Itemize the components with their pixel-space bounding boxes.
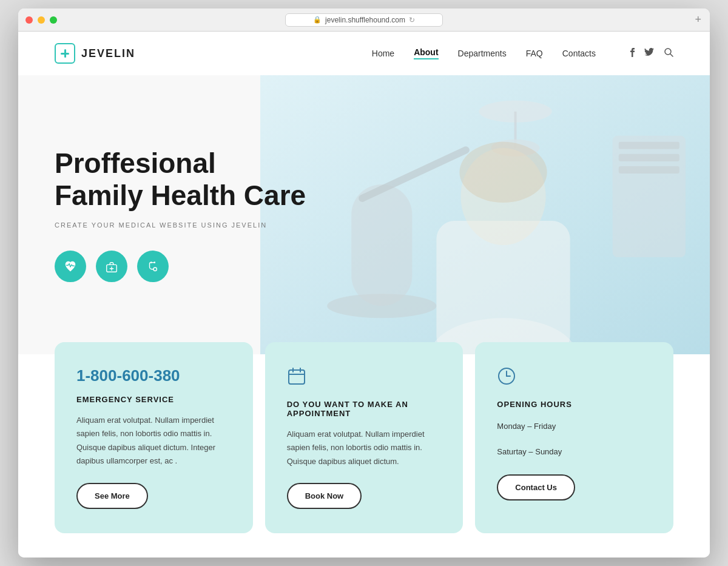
appointment-card: DO YOU WANT TO MAKE AN APPOINTMENT Aliqu…	[265, 342, 463, 533]
refresh-icon: ↻	[409, 16, 415, 24]
stethoscope-icon-button[interactable]	[137, 251, 169, 282]
nav-about[interactable]: About	[414, 47, 438, 59]
hero-image	[260, 75, 710, 354]
hero-background	[260, 75, 710, 354]
contact-us-button[interactable]: Contact Us	[497, 474, 575, 500]
svg-line-3	[670, 54, 673, 56]
minimize-button[interactable]	[38, 16, 45, 24]
svg-rect-6	[351, 184, 412, 306]
url-text: jevelin.shufflehound.com	[325, 16, 405, 24]
calendar-icon	[287, 366, 442, 390]
search-icon[interactable]	[664, 47, 673, 59]
svg-rect-10	[619, 154, 679, 161]
book-now-button[interactable]: Book Now	[287, 483, 362, 509]
nav-home[interactable]: Home	[372, 49, 394, 58]
nav-icon-group	[630, 47, 673, 59]
twitter-icon[interactable]	[644, 48, 654, 59]
svg-rect-26	[289, 370, 305, 384]
nav-contacts[interactable]: Contacts	[562, 49, 596, 58]
logo-text: JEVELIN	[81, 47, 135, 60]
see-more-button[interactable]: See More	[76, 483, 148, 509]
appointment-title: DO YOU WANT TO MAKE AN APPOINTMENT	[287, 400, 442, 418]
appointment-text: Aliquam erat volutpat. Nullam imperdiet …	[287, 428, 442, 468]
svg-rect-11	[619, 166, 679, 174]
svg-rect-1	[64, 49, 66, 58]
new-tab-button[interactable]: +	[695, 13, 701, 26]
nav-links: Home About Departments FAQ Contacts	[372, 47, 673, 59]
cards-section: 1-800-600-380 EMERGENCY SERVICE Aliquam …	[18, 342, 710, 557]
logo-icon	[55, 43, 75, 64]
hours-card: OPENING HOURS Monday – Friday Saturtay –…	[475, 342, 673, 533]
emergency-text: Aliquam erat volutpat. Nullam imperdiet …	[76, 414, 231, 468]
nav-faq[interactable]: FAQ	[526, 49, 543, 58]
hero-title: Proffesional Family Health Care	[55, 147, 306, 212]
facebook-icon[interactable]	[630, 47, 635, 59]
close-button[interactable]	[25, 16, 33, 24]
nav-departments[interactable]: Departments	[458, 49, 507, 58]
address-bar[interactable]: 🔒 jevelin.shufflehound.com ↻	[285, 13, 443, 27]
lock-icon: 🔒	[313, 16, 322, 24]
emergency-phone: 1-800-600-380	[76, 366, 231, 385]
mac-window: 🔒 jevelin.shufflehound.com ↻ + JEVELIN H…	[18, 8, 710, 557]
clock-icon	[497, 366, 652, 390]
hours-weekdays: Monday – Friday	[497, 419, 652, 434]
hero-content: Proffesional Family Health Care CREATE Y…	[55, 147, 306, 282]
hero-subtitle: CREATE YOUR MEDICAL WEBSITE USING JEVELI…	[55, 221, 306, 229]
svg-rect-9	[619, 142, 679, 149]
maximize-button[interactable]	[50, 16, 57, 24]
medical-bag-icon-button[interactable]	[96, 251, 127, 282]
titlebar: 🔒 jevelin.shufflehound.com ↻ +	[18, 8, 710, 32]
navbar: JEVELIN Home About Departments FAQ Conta…	[18, 32, 710, 75]
heartbeat-icon-button[interactable]	[55, 251, 86, 282]
hours-weekend: Saturtay – Sunday	[497, 444, 652, 460]
logo[interactable]: JEVELIN	[55, 43, 135, 64]
svg-point-22	[153, 268, 157, 271]
hero-icon-group	[55, 251, 306, 282]
svg-point-18	[459, 142, 547, 203]
emergency-title: EMERGENCY SERVICE	[76, 395, 231, 404]
website: JEVELIN Home About Departments FAQ Conta…	[18, 32, 710, 557]
hero-section: Proffesional Family Health Care CREATE Y…	[18, 75, 710, 354]
emergency-card: 1-800-600-380 EMERGENCY SERVICE Aliquam …	[55, 342, 253, 533]
hours-title: OPENING HOURS	[497, 400, 652, 409]
